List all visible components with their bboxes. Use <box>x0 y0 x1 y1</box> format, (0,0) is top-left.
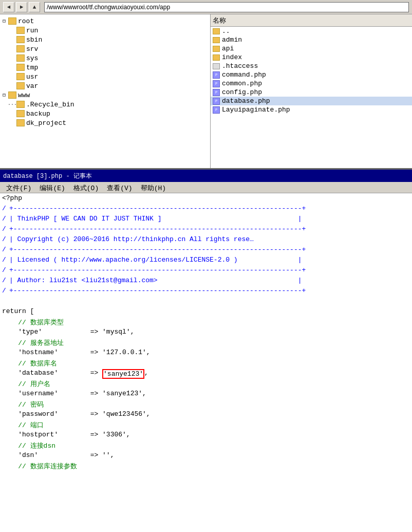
code-line: / | ThinkPHP [ WE CAN DO IT JUST THINK ]… <box>0 215 412 225</box>
code-text: 'dsn' => '', <box>2 451 114 459</box>
file-row-api[interactable]: api <box>211 44 412 53</box>
file-manager: ⊟ root run sbin srv sys tmp <box>0 14 412 170</box>
expand-icon <box>8 119 16 127</box>
tree-label: var <box>26 82 38 90</box>
expand-icon <box>8 72 16 81</box>
tree-label: dk_project <box>26 119 66 127</box>
code-line-database: 'database' => 'sanye123', <box>0 369 412 379</box>
code-line-comment-db: // 数据库名 <box>0 359 412 369</box>
folder-icon <box>16 64 25 71</box>
notepad-title: database [3].php - 记事本 <box>3 172 92 180</box>
code-line: / +-------------------------------------… <box>0 246 412 256</box>
tree-item-usr[interactable]: usr <box>0 72 210 81</box>
file-name: .. <box>222 27 230 35</box>
expand-icon <box>8 45 16 53</box>
up-button[interactable]: ▲ <box>29 2 40 12</box>
expand-icon <box>8 109 16 118</box>
expand-icon: ⊟ <box>0 91 8 99</box>
code-text: +---------------------------------------… <box>9 287 306 295</box>
code-text <box>2 400 18 408</box>
file-name: index <box>222 53 242 61</box>
code-line-licensed: / | Licensed ( http://www.apache.org/lic… <box>0 256 412 266</box>
code-line: / +-------------------------------------… <box>0 287 412 297</box>
code-line: / | Author: liu21st <liu21st@gmail.com> … <box>0 277 412 287</box>
code-text: 'type' => 'mysql', <box>2 328 134 336</box>
header-name-label: 名称 <box>213 16 410 25</box>
back-button[interactable]: ◄ <box>3 2 14 12</box>
file-name: .htaccess <box>222 62 258 70</box>
folder-icon <box>8 17 16 25</box>
file-row-database[interactable]: P database.php <box>211 97 412 105</box>
tree-label: backup <box>26 110 50 118</box>
file-row-dotdot[interactable]: .. <box>211 27 412 35</box>
notepad-titlebar: database [3].php - 记事本 <box>0 170 412 182</box>
tree-item-run[interactable]: run <box>0 26 210 35</box>
tree-label: .Recycle_bin <box>26 101 74 108</box>
code-text: +---------------------------------------… <box>9 205 306 212</box>
line-marker: / <box>2 256 9 264</box>
folder-icon <box>16 110 25 117</box>
code-text <box>2 318 18 325</box>
left-panel: ⊟ root run sbin srv sys tmp <box>0 14 211 168</box>
code-text: return [ <box>2 307 34 315</box>
folder-icon <box>16 119 25 126</box>
code-text: +---------------------------------------… <box>9 266 306 274</box>
folder-icon <box>16 45 25 52</box>
folder-icon <box>213 28 220 34</box>
tree-item-tmp[interactable]: tmp <box>0 63 210 72</box>
code-text: // 密码 <box>18 400 43 409</box>
folder-icon <box>213 54 220 61</box>
tree-item-backup[interactable]: backup <box>0 109 210 118</box>
menu-format[interactable]: 格式(O) <box>69 183 103 192</box>
code-line: / | Copyright (c) 2006~2016 http://think… <box>0 235 412 246</box>
php-icon: P <box>213 106 220 114</box>
folder-icon <box>16 36 25 43</box>
code-text: | Author: liu21st <liu21st@gmail.com> | <box>9 277 302 284</box>
code-line: / +-------------------------------------… <box>0 225 412 235</box>
file-row-config[interactable]: P config.php <box>211 88 412 97</box>
file-row-htaccess[interactable]: .htaccess <box>211 62 412 70</box>
folder-icon <box>16 101 25 108</box>
code-text: 'password' => 'qwe123456', <box>2 410 151 418</box>
tree-item-sbin[interactable]: sbin <box>0 35 210 44</box>
folder-icon <box>16 82 25 89</box>
tree-item-var[interactable]: var <box>0 81 210 90</box>
tree-item-sys[interactable]: sys <box>0 53 210 63</box>
tree-item-recycle[interactable]: ··· .Recycle_bin <box>0 100 210 109</box>
notepad-menubar: 文件(F) 编辑(E) 格式(O) 查看(V) 帮助(H) <box>0 182 412 193</box>
folder-icon <box>213 37 220 43</box>
menu-view[interactable]: 查看(V) <box>103 183 136 192</box>
file-row-index[interactable]: index <box>211 53 412 62</box>
tree-item-dkproject[interactable]: dk_project <box>0 118 210 127</box>
code-line-hostport: 'hostport' => '3306', <box>0 431 412 441</box>
php-icon: P <box>213 98 220 105</box>
file-row-common[interactable]: P common.php <box>211 79 412 88</box>
code-text: 'hostport' => '3306', <box>2 431 130 438</box>
code-line-comment-port: // 端口 <box>0 420 412 431</box>
code-line-comment-type: // 数据库类型 <box>0 318 412 328</box>
code-line <box>0 297 412 307</box>
file-name: config.php <box>222 88 262 96</box>
file-row-layui[interactable]: P Layuipaginate.php <box>211 105 412 114</box>
tree-label: root <box>18 17 34 25</box>
expand-icon <box>8 26 16 34</box>
code-area: <?php / +-------------------------------… <box>0 193 412 473</box>
folder-icon <box>213 46 220 52</box>
file-row-admin[interactable]: admin <box>211 35 412 44</box>
code-line-comment-pwd: // 密码 <box>0 400 412 410</box>
code-line: <?php <box>0 194 412 205</box>
tree-item-srv[interactable]: srv <box>0 44 210 53</box>
code-text: +---------------------------------------… <box>9 225 306 233</box>
menu-file[interactable]: 文件(F) <box>2 183 35 192</box>
menu-edit[interactable]: 编辑(E) <box>35 183 69 192</box>
code-text: , <box>144 369 148 377</box>
tree-item-root[interactable]: ⊟ root <box>0 16 210 26</box>
file-row-command[interactable]: P command.php <box>211 70 412 79</box>
address-bar[interactable] <box>44 2 409 12</box>
menu-help[interactable]: 帮助(H) <box>137 183 170 192</box>
browser-bar: ◄ ► ▲ <box>0 0 412 14</box>
file-name: database.php <box>222 97 270 105</box>
tree-label: sbin <box>26 36 42 44</box>
forward-button[interactable]: ► <box>16 2 27 12</box>
tree-item-www[interactable]: ⊟ www <box>0 90 210 100</box>
